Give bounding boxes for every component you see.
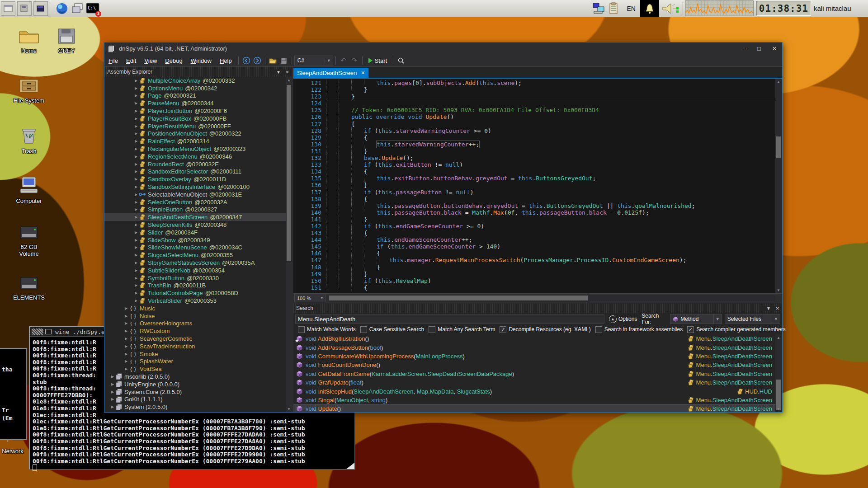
- expander-icon[interactable]: ▶: [133, 223, 139, 227]
- expander-icon[interactable]: ▶: [133, 101, 139, 105]
- code-line-126[interactable]: 126public override void Update(): [293, 113, 782, 120]
- tree-item-playerresultbox[interactable]: ▶PlayerResultBox@020000FB: [104, 115, 292, 122]
- expander-icon[interactable]: ▶: [110, 390, 115, 394]
- code-line-121[interactable]: 121this.pages[0].subObjects.Add(this.sce…: [293, 80, 782, 86]
- search-result-row[interactable]: void CommunicateWithUpcomingProcess(Main…: [293, 352, 782, 361]
- code-line-138[interactable]: 138{: [293, 196, 782, 202]
- expander-icon[interactable]: ▶: [133, 261, 139, 265]
- tree-item-sandboxeditorselector[interactable]: ▶SandboxEditorSelector@02000111: [104, 168, 292, 176]
- code-line-125[interactable]: 125// Token: 0x060013E5 RID: 5093 RVA: 0…: [293, 107, 782, 113]
- tree-item-verticalslider[interactable]: ▶VerticalSlider@02000353: [104, 297, 292, 305]
- code-line-145[interactable]: 145if (this.endGameSceneCounter > 140): [293, 243, 782, 250]
- expander-icon[interactable]: ▶: [133, 79, 139, 83]
- tree-item-storygamestatisticsscreen[interactable]: ▶StoryGameStatisticsScreen@0200035A: [104, 259, 292, 267]
- menu-edit[interactable]: Edit: [122, 56, 140, 66]
- scroll-down-icon[interactable]: ▼: [286, 406, 292, 412]
- options-button[interactable]: ▲ Options: [609, 315, 637, 323]
- menu-debug[interactable]: Debug: [161, 56, 186, 66]
- tree-item-subtleslidernob[interactable]: ▶SubtleSliderNob@02000354: [104, 267, 292, 274]
- tree-item-system-core-2-0-5-0-[interactable]: ▶System.Core (2.0.5.0): [104, 388, 292, 396]
- expander-icon[interactable]: ▶: [133, 162, 139, 166]
- code-line-148[interactable]: 148}: [293, 264, 782, 271]
- expander-icon[interactable]: ▶: [133, 117, 139, 121]
- scroll-up-icon[interactable]: ▲: [286, 77, 292, 83]
- expander-icon[interactable]: ▶: [123, 321, 129, 325]
- expander-icon[interactable]: ▶: [133, 245, 139, 249]
- tree-item-rwcustom[interactable]: ▶{ }RWCustom: [104, 327, 292, 335]
- tree-item-slugcatselectmenu[interactable]: ▶SlugcatSelectMenu@02000355: [104, 251, 292, 259]
- open-file-button[interactable]: [268, 56, 278, 66]
- dos-prompt-icon[interactable]: C:\ 3: [86, 2, 99, 15]
- menu-help[interactable]: Help: [216, 56, 236, 66]
- pane-close-icon[interactable]: ✕: [286, 70, 289, 75]
- expander-icon[interactable]: ▶: [123, 306, 129, 310]
- menu-window[interactable]: Window: [187, 56, 216, 66]
- tree-item-system-2-0-5-0-[interactable]: ▶System (2.0.5.0): [104, 403, 292, 411]
- clipboard-tray-icon[interactable]: [608, 2, 621, 15]
- checkbox-search-in-framework-assemblies[interactable]: Search in framework assemblies: [595, 326, 683, 333]
- tree-item-simplebutton[interactable]: ▶SimpleButton@02000327: [104, 206, 292, 214]
- desktop-icon-grey[interactable]: GREY: [47, 28, 86, 54]
- tree-item-selectablemenuobject[interactable]: ▶SelectableMenuObject@0200031E: [104, 191, 292, 198]
- expander-icon[interactable]: ▶: [133, 238, 139, 242]
- navigate-forward-button[interactable]: [252, 56, 263, 66]
- tree-item-smoke[interactable]: ▶{ }Smoke: [104, 350, 292, 358]
- expander-icon[interactable]: ▶: [133, 207, 139, 211]
- checkbox-case-sensitive-search[interactable]: Case Sensitive Search: [360, 326, 424, 333]
- results-scrollbar[interactable]: ▲ ▼: [775, 334, 782, 412]
- expander-icon[interactable]: ▶: [133, 185, 139, 189]
- expander-icon[interactable]: ▶: [133, 299, 139, 303]
- tree-item-symbolbutton[interactable]: ▶SymbolButton@02000330: [104, 274, 292, 282]
- navigate-back-button[interactable]: [241, 56, 252, 66]
- browser-globe-icon[interactable]: [55, 2, 69, 15]
- expander-icon[interactable]: ▶: [133, 94, 139, 98]
- expander-icon[interactable]: ▶: [133, 139, 139, 143]
- search-result-row[interactable]: void Update()Menu.SleepAndDeathScreen: [293, 404, 782, 412]
- checkbox-match-whole-words[interactable]: Match Whole Words: [298, 326, 356, 333]
- minimize-button[interactable]: –: [736, 43, 751, 54]
- search-result-row[interactable]: void InitSleepHud(SleepAndDeathScreen, M…: [293, 387, 782, 395]
- tree-item-trashbin[interactable]: ▶TrashBin@0200011B: [104, 282, 292, 290]
- code-line-133[interactable]: 133if (this.exitButton != null): [293, 161, 782, 168]
- desktop-icon-home[interactable]: Home: [9, 28, 49, 54]
- search-result-row[interactable]: void AddBkgIllustration()Menu.SleepAndDe…: [293, 334, 782, 343]
- tab-close-icon[interactable]: ✕: [361, 70, 365, 76]
- tree-item-unityengine-0-0-0-0-[interactable]: ▶UnityEngine (0.0.0.0): [104, 380, 292, 388]
- code-line-142[interactable]: 142if (this.endGameSceneCounter >= 0): [293, 223, 782, 230]
- code-line-129[interactable]: 129{: [293, 134, 782, 141]
- expander-icon[interactable]: ▶: [133, 109, 139, 113]
- tree-item-slideshow[interactable]: ▶SlideShow@02000349: [104, 236, 292, 244]
- desktop-icon-file-system[interactable]: File System: [9, 78, 49, 104]
- code-line-147[interactable]: 147this.manager.RequestMainProcessSwitch…: [293, 257, 782, 263]
- expander-icon[interactable]: ▶: [133, 291, 139, 295]
- expander-icon[interactable]: ▶: [110, 405, 115, 409]
- tree-item-noise[interactable]: ▶{ }Noise: [104, 312, 292, 320]
- code-line-127[interactable]: 127{: [293, 121, 782, 127]
- start-debug-button[interactable]: Start: [365, 56, 391, 65]
- search-input[interactable]: [295, 314, 604, 324]
- menu-view[interactable]: View: [140, 56, 161, 66]
- decompiler-language-dropdown[interactable]: C# ▼: [294, 56, 333, 66]
- taskbar-app-icon[interactable]: [17, 1, 32, 16]
- checkbox-decompile-resources-eg-xaml-[interactable]: ✓Decompile Resources (eg. XAML): [500, 326, 590, 333]
- expander-icon[interactable]: ▶: [123, 329, 129, 333]
- tree-item-mscorlib-2-0-5-0-[interactable]: ▶mscorlib (2.0.5.0): [104, 373, 292, 380]
- taskbar-app-icon[interactable]: [1, 1, 15, 16]
- taskbar-app-icon[interactable]: [33, 1, 48, 16]
- tree-item-sandboxsettingsinterface[interactable]: ▶SandboxSettingsInterface@02000100: [104, 183, 292, 191]
- scroll-down-icon[interactable]: ▼: [775, 287, 782, 293]
- code-line-132[interactable]: 132base.Update();: [293, 155, 782, 161]
- desktop-icon-trash[interactable]: Trash: [9, 127, 49, 155]
- code-line-140[interactable]: 140this.passageButton.black = Mathf.Max(…: [293, 209, 782, 216]
- code-line-136[interactable]: 136}: [293, 182, 782, 188]
- tree-item-splashwater[interactable]: ▶{ }SplashWater: [104, 357, 292, 365]
- code-line-135[interactable]: 135this.exitButton.buttonBehav.greyedOut…: [293, 175, 782, 182]
- search-scope-dropdown[interactable]: Selected Files ▼: [725, 314, 780, 324]
- search-result-row[interactable]: void GetDataFromGame(KarmaLadderScreen.S…: [293, 370, 782, 378]
- tree-item-selectonebutton[interactable]: ▶SelectOneButton@0200032A: [104, 198, 292, 206]
- expander-icon[interactable]: ▶: [133, 124, 139, 128]
- search-result-row[interactable]: void Singal(MenuObject, string)Menu.Slee…: [293, 396, 782, 404]
- tree-item-roundedrect[interactable]: ▶RoundedRect@0200032E: [104, 160, 292, 168]
- tree-item-multiplechoicearray[interactable]: ▶MultipleChoiceArray@02000332: [104, 77, 292, 84]
- volume-icon[interactable]: [660, 2, 680, 15]
